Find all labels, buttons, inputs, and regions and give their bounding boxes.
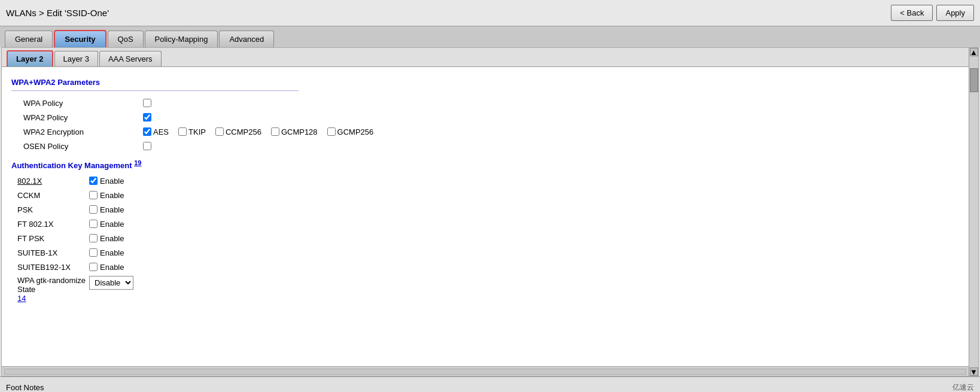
content-with-scrollbar: Layer 2 Layer 3 AAA Servers WPA+WPA2 Par…: [1, 47, 979, 376]
footer-logo: 亿速云: [952, 382, 974, 392]
ccmp256-checkbox[interactable]: [215, 127, 224, 136]
gcmp128-label: GCMP128: [281, 127, 318, 136]
wpa2-policy-label: WPA2 Policy: [11, 113, 143, 122]
gtk-footnote-link[interactable]: 14: [17, 294, 89, 303]
aes-item: AES: [143, 127, 169, 136]
auth-psk-checkbox[interactable]: [89, 205, 98, 214]
auth-row-suiteb1x: SUITEB-1X Enable: [11, 245, 959, 260]
scrollbar-up-arrow[interactable]: ▲: [970, 48, 978, 56]
auth-suiteb1x-checkbox[interactable]: [89, 248, 98, 257]
wpa-section-title: WPA+WPA2 Parameters: [11, 78, 959, 87]
auth-suiteb1921x-enable-label: Enable: [100, 263, 124, 272]
gcmp256-checkbox[interactable]: [327, 127, 336, 136]
back-button[interactable]: < Back: [891, 5, 933, 21]
gcmp256-label: GCMP256: [337, 127, 374, 136]
wpa2-encryption-label: WPA2 Encryption: [11, 127, 143, 136]
tab-qos[interactable]: QoS: [108, 31, 144, 47]
osen-policy-checkbox[interactable]: [143, 142, 151, 150]
auth-cckm-checkbox[interactable]: [89, 191, 98, 199]
auth-label-cckm: CCKM: [17, 191, 89, 200]
auth-title-text: Authentication Key Management: [11, 161, 132, 170]
gtk-select[interactable]: Disable Enable: [89, 276, 133, 290]
auth-cckm-enable-label: Enable: [100, 191, 124, 200]
wpa-policy-checkbox[interactable]: [143, 99, 151, 107]
wpa-policy-label: WPA Policy: [11, 99, 143, 108]
sub-tab-aaa[interactable]: AAA Servers: [99, 51, 162, 66]
tkip-item: TKIP: [178, 127, 206, 136]
wpa-policy-control: [143, 99, 151, 107]
page-title: WLANs > Edit 'SSID-One': [6, 8, 109, 18]
sub-tabs: Layer 2 Layer 3 AAA Servers: [2, 48, 969, 67]
sub-tab-layer2[interactable]: Layer 2: [7, 50, 53, 66]
auth-section-title: Authentication Key Management 19: [11, 159, 959, 170]
auth-label-ft8021x: FT 802.1X: [17, 220, 89, 229]
ccmp256-item: CCMP256: [215, 127, 261, 136]
gcmp128-checkbox[interactable]: [271, 127, 279, 136]
auth-ftpsk-enable-label: Enable: [100, 234, 124, 243]
tab-advanced[interactable]: Advanced: [219, 31, 274, 47]
gtk-row: WPA gtk-randomize State 14 Disable Enabl…: [11, 274, 959, 305]
auth-suiteb1x-enable-label: Enable: [100, 248, 124, 257]
top-bar: WLANs > Edit 'SSID-One' < Back Apply: [0, 0, 980, 26]
aes-checkbox[interactable]: [143, 127, 151, 136]
ccmp256-label: CCMP256: [226, 127, 261, 136]
wpa-policy-row: WPA Policy: [11, 96, 959, 110]
top-bar-buttons: < Back Apply: [891, 5, 974, 21]
auth-label-ftpsk: FT PSK: [17, 234, 89, 243]
aes-label: AES: [153, 127, 169, 136]
auth-label-8021x: 802.1X: [17, 177, 89, 186]
auth-row-suiteb1921x: SUITEB192-1X Enable: [11, 260, 959, 274]
wpa2-policy-control: [143, 113, 151, 121]
auth-row-ftpsk: FT PSK Enable: [11, 231, 959, 245]
auth-8021x-enable-label: Enable: [100, 177, 124, 186]
scrollbar-thumb[interactable]: [970, 68, 978, 92]
tkip-checkbox[interactable]: [178, 127, 187, 136]
auth-footnote-link[interactable]: 19: [134, 159, 141, 166]
footer-label: Foot Notes: [6, 383, 44, 392]
auth-ft8021x-checkbox[interactable]: [89, 220, 98, 228]
auth-label-suiteb1x: SUITEB-1X: [17, 248, 89, 257]
bottom-scrollbar: [2, 366, 969, 376]
auth-row-ft8021x: FT 802.1X Enable: [11, 217, 959, 231]
gcmp256-item: GCMP256: [327, 127, 374, 136]
auth-label-psk: PSK: [17, 205, 89, 214]
tab-general[interactable]: General: [5, 31, 53, 47]
main-content: Layer 2 Layer 3 AAA Servers WPA+WPA2 Par…: [2, 48, 969, 376]
right-scrollbar: ▲ ▼: [969, 48, 978, 376]
sub-tab-layer3[interactable]: Layer 3: [54, 51, 98, 66]
tab-policy-mapping[interactable]: Policy-Mapping: [145, 31, 218, 47]
apply-button[interactable]: Apply: [936, 5, 974, 21]
footer: Foot Notes 亿速云: [0, 376, 980, 392]
auth-label-suiteb1921x: SUITEB192-1X: [17, 263, 89, 272]
osen-policy-row: OSEN Policy: [11, 139, 959, 153]
h-scrollbar-track[interactable]: [4, 369, 966, 375]
auth-psk-enable-label: Enable: [100, 205, 124, 214]
tkip-label: TKIP: [188, 127, 206, 136]
auth-ft8021x-enable-label: Enable: [100, 220, 124, 229]
page-wrapper: WLANs > Edit 'SSID-One' < Back Apply Gen…: [0, 0, 980, 392]
scrollbar-down-arrow[interactable]: ▼: [970, 367, 978, 376]
gcmp128-item: GCMP128: [271, 127, 318, 136]
auth-ftpsk-checkbox[interactable]: [89, 234, 98, 242]
osen-policy-control: [143, 142, 151, 150]
gtk-label: WPA gtk-randomize State 14: [17, 276, 89, 303]
auth-row-cckm: CCKM Enable: [11, 188, 959, 202]
wpa-params-section: WPA+WPA2 Parameters WPA Policy WPA2 Poli…: [11, 78, 959, 153]
auth-row-8021x: 802.1X Enable: [11, 174, 959, 188]
wpa2-policy-checkbox[interactable]: [143, 113, 151, 121]
main-tabs: General Security QoS Policy-Mapping Adva…: [0, 26, 980, 47]
auth-8021x-checkbox[interactable]: [89, 177, 98, 185]
wpa2-policy-row: WPA2 Policy: [11, 110, 959, 124]
wpa-separator: [11, 90, 299, 91]
auth-row-psk: PSK Enable: [11, 202, 959, 217]
wpa2-encryption-control: AES TKIP CCMP256: [143, 127, 373, 136]
layer2-panel: WPA+WPA2 Parameters WPA Policy WPA2 Poli…: [2, 67, 969, 366]
gtk-label-text: WPA gtk-randomize State: [17, 276, 86, 294]
tab-security[interactable]: Security: [54, 30, 106, 47]
osen-policy-label: OSEN Policy: [11, 142, 143, 151]
auth-suiteb1921x-checkbox[interactable]: [89, 263, 98, 271]
wpa2-encryption-row: WPA2 Encryption AES TKIP: [11, 124, 959, 139]
